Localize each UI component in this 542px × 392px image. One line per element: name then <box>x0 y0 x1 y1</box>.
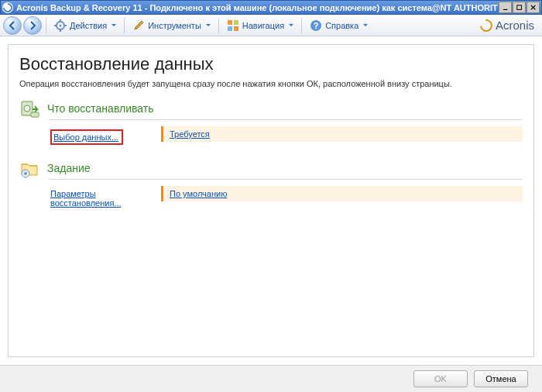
disk-recovery-icon <box>19 98 41 119</box>
page-title: Восстановление данных <box>19 54 523 74</box>
window-controls <box>498 2 540 13</box>
svg-rect-1 <box>516 5 521 9</box>
help-icon: ? <box>310 19 322 32</box>
tools-label: Инструменты <box>148 21 201 30</box>
back-button[interactable] <box>3 16 22 35</box>
gear-icon <box>54 19 67 32</box>
toolbar-separator <box>124 18 125 33</box>
toolbar-separator <box>46 18 46 33</box>
section-title-what: Что восстанавливать <box>47 102 153 115</box>
svg-text:?: ? <box>314 21 319 30</box>
content-area: Восстановление данных Операция восстанов… <box>0 36 542 365</box>
navigation-menu[interactable]: Навигация <box>223 17 297 34</box>
toolbar: Действия Инструменты Навигация ? Справка… <box>0 15 542 36</box>
actions-label: Действия <box>70 21 107 30</box>
content-panel: Восстановление данных Операция восстанов… <box>8 44 534 357</box>
forward-button[interactable] <box>23 16 42 35</box>
task-folder-icon <box>19 157 41 179</box>
recovery-params-value: По умолчанию <box>161 186 523 201</box>
brand: Acronis <box>480 19 539 32</box>
maximize-button[interactable] <box>513 2 526 13</box>
select-data-link[interactable]: Выбор данных... <box>53 132 118 142</box>
select-data-value: Требуется <box>161 126 523 142</box>
footer-bar: OK Отмена <box>0 365 542 392</box>
toolbar-separator <box>301 18 302 33</box>
navigation-label: Навигация <box>242 21 284 30</box>
page-description: Операция восстановления будет запущена с… <box>19 79 523 88</box>
svg-rect-11 <box>234 20 238 25</box>
help-menu[interactable]: ? Справка <box>306 17 372 34</box>
section-task: Задание Параметры восстановления... По у… <box>19 157 523 211</box>
tools-menu[interactable]: Инструменты <box>129 17 214 34</box>
svg-rect-13 <box>234 26 238 31</box>
chevron-down-icon <box>111 24 116 26</box>
actions-menu[interactable]: Действия <box>50 17 120 34</box>
section-divider <box>49 179 523 180</box>
window-title: Acronis Backup & Recovery 11 - Подключен… <box>16 3 498 12</box>
chevron-down-icon <box>289 24 293 26</box>
toolbar-separator <box>218 18 219 33</box>
minimize-button[interactable] <box>499 2 512 13</box>
section-title-task: Задание <box>47 162 91 174</box>
recovery-params-link[interactable]: Параметры восстановления... <box>50 189 122 208</box>
ok-button[interactable]: OK <box>413 370 468 387</box>
select-data-highlight: Выбор данных... <box>50 129 123 145</box>
window-titlebar: Acronis Backup & Recovery 11 - Подключен… <box>0 0 542 15</box>
chevron-down-icon <box>206 24 211 26</box>
section-what-to-recover: Что восстанавливать Выбор данных... Треб… <box>19 98 523 148</box>
navigation-icon <box>227 19 239 32</box>
chevron-down-icon <box>363 24 368 26</box>
tools-icon <box>132 19 145 32</box>
svg-point-20 <box>24 172 27 175</box>
cancel-button[interactable]: Отмена <box>474 370 528 387</box>
svg-point-17 <box>24 105 30 112</box>
app-icon <box>2 2 13 13</box>
default-link[interactable]: По умолчанию <box>170 189 227 198</box>
required-link[interactable]: Требуется <box>170 129 210 139</box>
acronis-logo-icon <box>480 19 492 32</box>
section-divider <box>49 119 523 120</box>
brand-label: Acronis <box>496 19 534 32</box>
row-recovery-params: Параметры восстановления... По умолчанию <box>49 186 523 211</box>
svg-rect-10 <box>228 20 232 25</box>
svg-point-5 <box>60 24 62 26</box>
svg-rect-12 <box>228 26 232 31</box>
help-label: Справка <box>325 21 358 30</box>
svg-rect-18 <box>31 112 39 117</box>
close-button[interactable] <box>527 2 540 13</box>
row-select-data: Выбор данных... Требуется <box>49 126 523 148</box>
